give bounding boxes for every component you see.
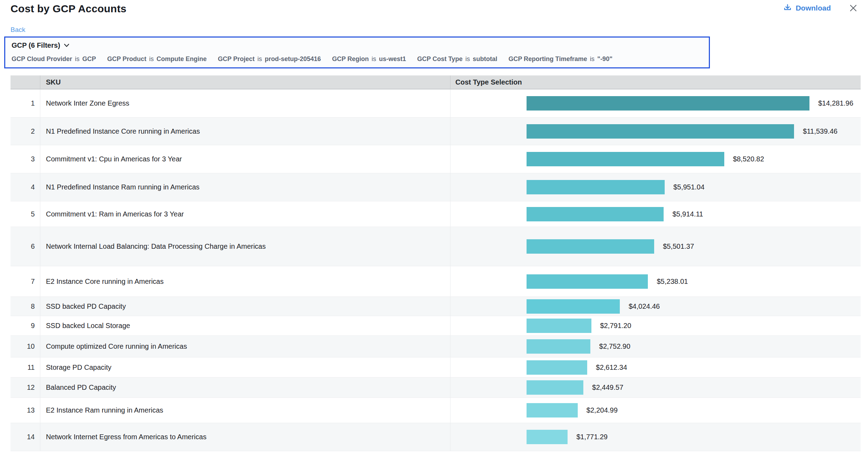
cost-value-label: $11,539.46	[803, 127, 838, 135]
table-row[interactable]: 9 SSD backed Local Storage $2,791.20	[11, 316, 861, 336]
table-row[interactable]: 5 Commitment v1: Ram in Americas for 3 Y…	[11, 201, 861, 227]
cost-value-label: $14,281.96	[818, 99, 853, 107]
row-rank: 3	[11, 145, 40, 173]
table-row[interactable]: 12 Balanced PD Capacity $2,449.57	[11, 378, 861, 398]
cost-value-label: $5,951.04	[673, 183, 705, 191]
cost-bar	[527, 96, 809, 111]
row-rank: 1	[11, 89, 40, 117]
cost-bar	[527, 403, 578, 417]
sku-label: SSD backed Local Storage	[40, 316, 450, 335]
download-icon	[783, 4, 792, 12]
download-button[interactable]: Download	[783, 4, 831, 12]
sku-label: Commitment v1: Ram in Americas for 3 Yea…	[40, 201, 450, 227]
row-rank: 6	[11, 227, 40, 266]
cost-value-label: $8,520.82	[733, 155, 764, 163]
filter-group-toggle[interactable]: GCP (6 Filters)	[12, 41, 69, 49]
cost-bar	[527, 152, 724, 166]
row-rank: 12	[11, 378, 40, 397]
table-row[interactable]: 4 N1 Predefined Instance Ram running in …	[11, 173, 861, 201]
download-label: Download	[796, 4, 831, 12]
filter-item: GCP Reporting Timeframe is "-90"	[508, 55, 612, 63]
cost-value-label: $2,204.99	[586, 406, 618, 414]
cost-bar	[527, 360, 587, 375]
cost-bar	[527, 274, 648, 289]
sku-label: Commitment v1: Cpu in Americas for 3 Yea…	[40, 145, 450, 173]
filter-item: GCP Project is prod-setup-205416	[218, 55, 321, 63]
cost-value-label: $5,238.01	[657, 278, 688, 286]
row-rank: 8	[11, 297, 40, 316]
cost-value-label: $5,914.11	[672, 210, 703, 218]
sku-label: E2 Instance Core running in Americas	[40, 266, 450, 296]
row-rank: 7	[11, 266, 40, 296]
cost-value-label: $1,771.29	[576, 433, 608, 441]
sku-label: Network Internal Load Balancing: Data Pr…	[40, 227, 450, 266]
row-rank: 5	[11, 201, 40, 227]
cost-bar	[527, 239, 654, 254]
filter-item: GCP Region is us-west1	[332, 55, 406, 63]
cost-value-label: $4,024.46	[629, 302, 660, 310]
row-rank: 13	[11, 398, 40, 423]
filter-group-panel: GCP (6 Filters) GCP Cloud Provider is GC…	[4, 36, 710, 68]
cost-value-label: $2,752.90	[599, 342, 630, 350]
row-rank: 4	[11, 173, 40, 201]
table-row[interactable]: 13 E2 Instance Ram running in Americas $…	[11, 398, 861, 423]
sku-label: Network Internet Egress from Americas to…	[40, 423, 450, 451]
sku-label: Storage PD Capacity	[40, 358, 450, 377]
table-row[interactable]: 8 SSD backed PD Capacity $4,024.46	[11, 297, 861, 316]
header-index-column	[11, 75, 40, 89]
header-cost-type-selection-column: Cost Type Selection	[450, 75, 861, 89]
filter-item: GCP Cost Type is subtotal	[417, 55, 497, 63]
table-body: 1 Network Inter Zone Egress $14,281.96 2…	[11, 89, 861, 451]
sku-label: N1 Predefined Instance Ram running in Am…	[40, 173, 450, 201]
sku-label: Compute optimized Core running in Americ…	[40, 336, 450, 357]
cost-bar	[527, 207, 664, 221]
cost-bar	[527, 180, 665, 194]
close-icon[interactable]	[849, 4, 857, 12]
cost-bar	[527, 124, 794, 139]
table-row[interactable]: 2 N1 Predefined Instance Core running in…	[11, 118, 861, 145]
row-rank: 2	[11, 118, 40, 145]
sku-label: E2 Instance Ram running in Americas	[40, 398, 450, 423]
sku-label: N1 Predefined Instance Core running in A…	[40, 118, 450, 145]
table-header-row: SKU Cost Type Selection	[11, 75, 861, 89]
cost-bar	[527, 380, 583, 395]
topbar: Cost by GCP Accounts Download	[0, 0, 868, 15]
table-row[interactable]: 14 Network Internet Egress from Americas…	[11, 423, 861, 451]
sku-label: Network Inter Zone Egress	[40, 89, 450, 117]
cost-by-gcp-accounts-panel: Cost by GCP Accounts Download	[0, 0, 868, 461]
table-row[interactable]: 1 Network Inter Zone Egress $14,281.96	[11, 89, 861, 118]
header-sku-column: SKU	[40, 75, 450, 89]
sku-label: SSD backed PD Capacity	[40, 297, 450, 316]
cost-bar	[527, 319, 591, 333]
row-rank: 11	[11, 358, 40, 377]
cost-value-label: $2,612.34	[596, 363, 627, 372]
table-row[interactable]: 10 Compute optimized Core running in Ame…	[11, 336, 861, 358]
row-rank: 14	[11, 423, 40, 451]
table-row[interactable]: 3 Commitment v1: Cpu in Americas for 3 Y…	[11, 145, 861, 173]
cost-bar	[527, 299, 620, 314]
cost-value-label: $2,791.20	[600, 322, 631, 330]
back-link[interactable]: Back	[11, 26, 25, 34]
cost-table: SKU Cost Type Selection 1 Network Inter …	[11, 75, 861, 451]
chevron-down-icon	[64, 44, 69, 47]
cost-value-label: $5,501.37	[663, 242, 694, 250]
applied-filters-row: GCP Cloud Provider is GCPGCP Product is …	[12, 55, 703, 63]
sku-label: Balanced PD Capacity	[40, 378, 450, 397]
row-rank: 10	[11, 336, 40, 357]
page-title: Cost by GCP Accounts	[11, 3, 127, 15]
filter-item: GCP Cloud Provider is GCP	[12, 55, 96, 63]
filter-item: GCP Product is Compute Engine	[107, 55, 207, 63]
cost-bar	[527, 339, 590, 354]
cost-bar	[527, 430, 568, 444]
row-rank: 9	[11, 316, 40, 335]
table-row[interactable]: 7 E2 Instance Core running in Americas $…	[11, 266, 861, 297]
filter-group-label: GCP (6 Filters)	[12, 41, 60, 49]
cost-value-label: $2,449.57	[592, 383, 623, 392]
table-row[interactable]: 6 Network Internal Load Balancing: Data …	[11, 227, 861, 266]
table-row[interactable]: 11 Storage PD Capacity $2,612.34	[11, 358, 861, 378]
